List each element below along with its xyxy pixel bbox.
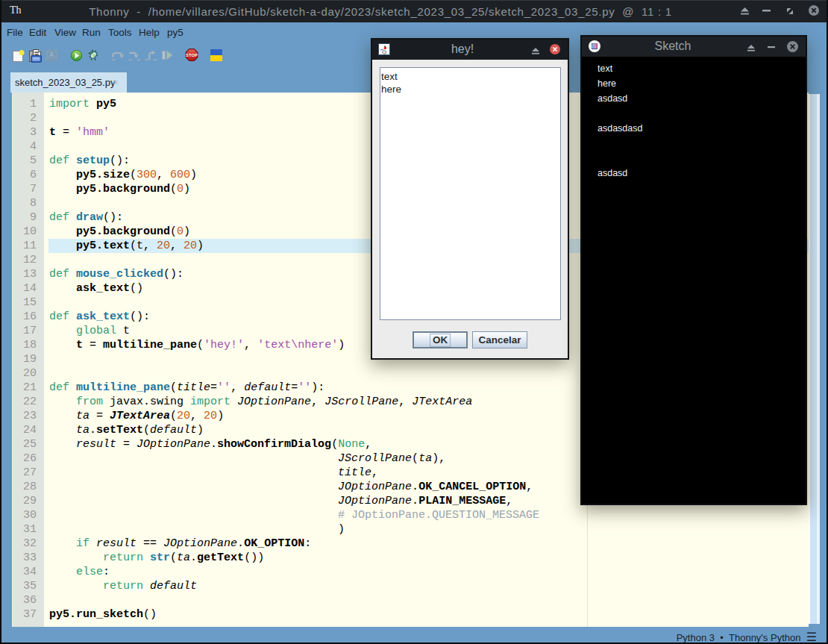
svg-text:STOP: STOP	[186, 53, 198, 57]
